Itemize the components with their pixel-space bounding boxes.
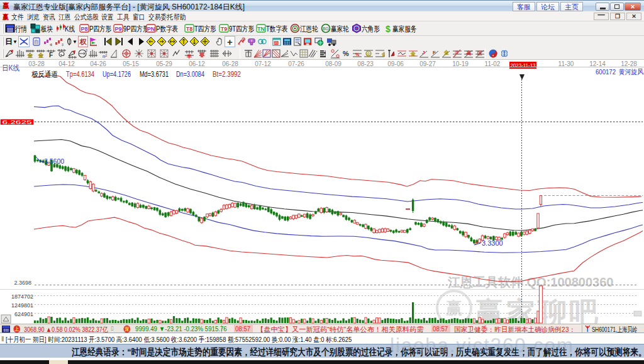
svg-text:Md=3.6731: Md=3.6731 <box>140 70 169 79</box>
svg-text:1874702: 1874702 <box>11 293 33 300</box>
svg-text:日K线: 日K线 <box>2 64 19 72</box>
svg-text:2.3698: 2.3698 <box>14 280 31 286</box>
svg-text:F: F <box>49 52 53 59</box>
svg-text:11-30: 11-30 <box>558 60 574 67</box>
svg-text:金: 金 <box>27 52 34 59</box>
svg-text:金: 金 <box>381 52 385 57</box>
svg-text:08-23: 08-23 <box>357 60 374 67</box>
svg-text:05-15: 05-15 <box>123 60 139 67</box>
svg-text:624901: 624901 <box>14 311 33 317</box>
svg-text:P9: P9 <box>114 26 121 32</box>
svg-text:$: $ <box>386 24 391 34</box>
svg-text:自: 自 <box>34 39 39 45</box>
svg-text:赢: 赢 <box>445 299 462 317</box>
svg-text:深: 深 <box>124 326 129 333</box>
svg-text:2023-11-13: 2023-11-13 <box>511 62 536 69</box>
svg-text:金: 金 <box>367 52 371 56</box>
svg-text:金: 金 <box>38 52 45 59</box>
svg-text:04-12: 04-12 <box>58 60 75 67</box>
svg-text:上: 上 <box>14 326 19 333</box>
svg-text:12-28: 12-28 <box>621 60 637 67</box>
svg-text:07-12: 07-12 <box>255 60 271 67</box>
svg-text:BG: BG <box>323 26 329 31</box>
svg-text:TN: TN <box>257 26 265 32</box>
svg-text:进: 进 <box>455 50 458 55</box>
svg-text:Dn=3.0084: Dn=3.0084 <box>176 70 204 79</box>
svg-text:07-26: 07-26 <box>288 60 304 67</box>
svg-text:3.3300: 3.3300 <box>482 239 503 247</box>
svg-text:%: % <box>343 50 349 57</box>
svg-text:PN: PN <box>147 26 155 32</box>
svg-text:金: 金 <box>443 50 449 55</box>
svg-text:12-14: 12-14 <box>589 60 606 67</box>
svg-text:08-09: 08-09 <box>325 60 341 67</box>
svg-text:%: % <box>355 52 360 57</box>
svg-text:$: $ <box>261 40 264 44</box>
svg-text:21: 21 <box>274 41 278 45</box>
svg-text:6.2625: 6.2625 <box>3 119 32 125</box>
svg-text:1249801: 1249801 <box>11 302 33 309</box>
svg-text:": " <box>179 49 180 53</box>
svg-text:03-28: 03-28 <box>28 60 45 67</box>
svg-text:3: 3 <box>62 43 64 47</box>
svg-text:J: J <box>422 50 425 55</box>
svg-text:丰: 丰 <box>186 54 192 59</box>
svg-text:Tp=4.6134: Tp=4.6134 <box>66 70 94 79</box>
svg-text:F: F <box>433 50 436 55</box>
svg-text:06-28: 06-28 <box>222 60 238 67</box>
svg-text:Bt=2.3992: Bt=2.3992 <box>213 70 241 79</box>
svg-text:600172: 600172 <box>596 68 616 76</box>
svg-text:T9: T9 <box>221 26 228 32</box>
svg-text:09-06: 09-06 <box>387 60 404 67</box>
svg-text:Up=4.1726: Up=4.1726 <box>103 70 131 79</box>
svg-text:3: 3 <box>86 48 87 52</box>
svg-text:T8: T8 <box>186 26 193 32</box>
svg-text:09-27: 09-27 <box>419 60 436 67</box>
svg-text:3.5600: 3.5600 <box>44 157 64 165</box>
svg-text:金: 金 <box>410 51 416 57</box>
svg-text:06-12: 06-12 <box>189 60 205 67</box>
svg-text:04-26: 04-26 <box>90 60 106 67</box>
svg-text:10-19: 10-19 <box>452 60 469 67</box>
svg-text:3: 3 <box>50 43 52 47</box>
svg-text:黄河旋风: 黄河旋风 <box>619 68 643 76</box>
svg-text:n²: n² <box>103 54 107 59</box>
svg-text:极反通道: 极反通道 <box>31 70 58 79</box>
svg-text:11-02: 11-02 <box>485 60 501 67</box>
svg-text:05-29: 05-29 <box>156 60 172 67</box>
svg-text:P8: P8 <box>80 26 87 32</box>
